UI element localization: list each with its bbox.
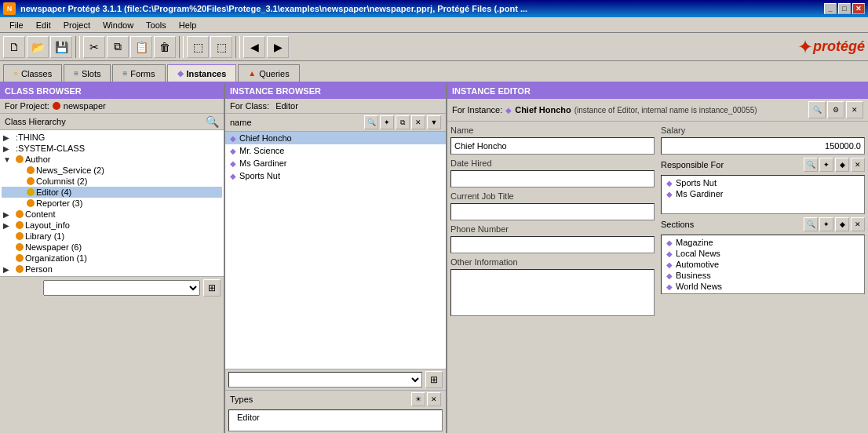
toolbar-separator-2 [179,36,184,58]
tree-item-thing[interactable]: ▶ :THING [2,132,222,143]
copy-instance-button[interactable]: ⧉ [396,115,410,129]
search-instance-button[interactable]: 🔍 [364,115,378,129]
tree-item-newspaper[interactable]: Newspaper (6) [2,242,222,253]
editor-body: Name Date Hired Current Job Title Phone … [447,122,868,433]
other-info-input[interactable] [450,269,655,316]
cut-button[interactable]: ✂ [83,36,105,58]
instance-grid-button[interactable]: ⊞ [425,371,443,388]
list-item[interactable]: ◆ Sports Nut [663,177,863,188]
menu-project[interactable]: Project [57,19,97,31]
more-instance-button[interactable]: ▼ [427,115,441,129]
instance-name: Sports Nut [239,171,280,180]
tree-label: Editor (4) [36,187,71,197]
close-button[interactable]: ✕ [852,3,865,14]
menu-help[interactable]: Help [173,19,203,31]
date-hired-input[interactable] [450,170,655,187]
hierarchy-search-icon[interactable]: 🔍 [206,115,219,128]
tree-item-person[interactable]: ▶ Person [2,264,222,275]
search-ie-button[interactable]: 🔍 [808,101,826,118]
list-item[interactable]: ◆ Sports Nut [225,169,446,182]
list-item[interactable]: ◆ Automotive [663,259,863,270]
add-section-button[interactable]: 🔍 [804,217,818,231]
view-section-button[interactable]: ◆ [835,217,849,231]
phone-number-input[interactable] [450,236,655,253]
menu-edit[interactable]: Edit [30,19,57,31]
del-section-button[interactable]: ✕ [851,217,865,231]
tab-classes[interactable]: ○ Classes [3,64,62,82]
maximize-button[interactable]: □ [838,3,851,14]
add-resp-button[interactable]: 🔍 [804,158,818,172]
back-button[interactable]: ◀ [243,36,265,58]
types-header-buttons: ☀ ✕ [411,392,441,406]
add-type-button[interactable]: ☀ [411,392,425,406]
instance-name: Ms Gardiner [239,158,287,168]
delete-button[interactable]: 🗑 [154,36,176,58]
tree-item-reporter[interactable]: Reporter (3) [2,198,222,209]
tree-label: Organization (1) [25,253,87,263]
class-grid-button[interactable]: ⊞ [203,279,221,297]
tab-queries[interactable]: ▲ Queries [238,64,299,82]
copy-button[interactable]: ⧉ [107,36,129,58]
tree-label: Author [25,155,50,164]
new-button[interactable]: 🗋 [3,36,25,58]
tree-item-layout-info[interactable]: ▶ Layout_info [2,220,222,231]
list-item[interactable]: ◆ Ms Gardiner [663,188,863,199]
tree-item-library[interactable]: Library (1) [2,231,222,242]
tab-slots[interactable]: ≡ Slots [64,64,111,82]
tree-item-news-service[interactable]: News_Service (2) [2,165,222,176]
paste-button[interactable]: 📋 [130,36,152,58]
for-project-row: For Project: newspaper [0,99,224,114]
find-used-button[interactable]: ⬚ [210,36,232,58]
tree-item-author[interactable]: ▼ Author [2,154,222,165]
menu-tools[interactable]: Tools [140,19,173,31]
tree-item-content[interactable]: ▶ Content [2,209,222,220]
del-resp-button[interactable]: ✕ [851,158,865,172]
close-ie-button[interactable]: ✕ [846,101,863,118]
list-item[interactable]: ◆ Local News [663,248,863,259]
tree-item-organization[interactable]: Organization (1) [2,253,222,264]
list-item[interactable]: ◆ Business [663,270,863,281]
hierarchy-label: Class Hierarchy [5,117,66,126]
tree-label: Library (1) [25,231,64,241]
expand-icon: ▶ [3,133,14,142]
forward-button[interactable]: ▶ [267,36,289,58]
section-label: World News [676,282,722,291]
minimize-button[interactable]: _ [824,3,837,14]
list-item[interactable]: ◆ World News [663,281,863,292]
diamond-icon: ◆ [666,282,673,291]
toolbar-separator-1 [75,36,80,58]
find-button[interactable]: ⬚ [187,36,209,58]
salary-input[interactable] [661,137,865,155]
list-item[interactable]: Editor [231,412,440,423]
tree-item-columnist[interactable]: Columnist (2) [2,176,222,187]
diamond-icon: ◆ [666,179,673,187]
logo-text: protégé [813,38,865,55]
diamond-icon: ◆ [666,249,673,258]
save-button[interactable]: 💾 [50,36,72,58]
type-label: Editor [237,413,260,422]
config-ie-button[interactable]: ⚙ [827,101,844,118]
ref-resp-button[interactable]: ✦ [819,158,833,172]
open-button[interactable]: 📂 [27,36,49,58]
diamond-icon: ◆ [230,147,236,155]
delete-type-button[interactable]: ✕ [427,392,441,406]
name-field-input[interactable] [450,137,655,155]
list-item[interactable]: ◆ Ms Gardiner [225,157,446,169]
ref-section-button[interactable]: ✦ [819,217,833,231]
menu-window[interactable]: Window [97,19,140,31]
instance-editor-header: INSTANCE EDITOR [447,83,868,99]
list-item[interactable]: ◆ Magazine [663,237,863,248]
tree-item-system-class[interactable]: ▶ :SYSTEM-CLASS [2,143,222,154]
menu-file[interactable]: File [3,19,30,31]
list-item[interactable]: ◆ Chief Honcho [225,132,446,144]
class-select-dropdown[interactable] [43,280,200,296]
tab-forms[interactable]: ≡ Forms [112,64,165,82]
tree-item-editor[interactable]: Editor (4) [2,187,222,198]
add-instance-button[interactable]: ✦ [380,115,394,129]
tab-instances[interactable]: ◆ Instances [167,64,237,82]
view-resp-button[interactable]: ◆ [835,158,849,172]
instance-select-dropdown[interactable] [228,372,422,388]
current-job-title-input[interactable] [450,203,655,220]
delete-instance-button[interactable]: ✕ [411,115,425,129]
list-item[interactable]: ◆ Mr. Science [225,144,446,157]
